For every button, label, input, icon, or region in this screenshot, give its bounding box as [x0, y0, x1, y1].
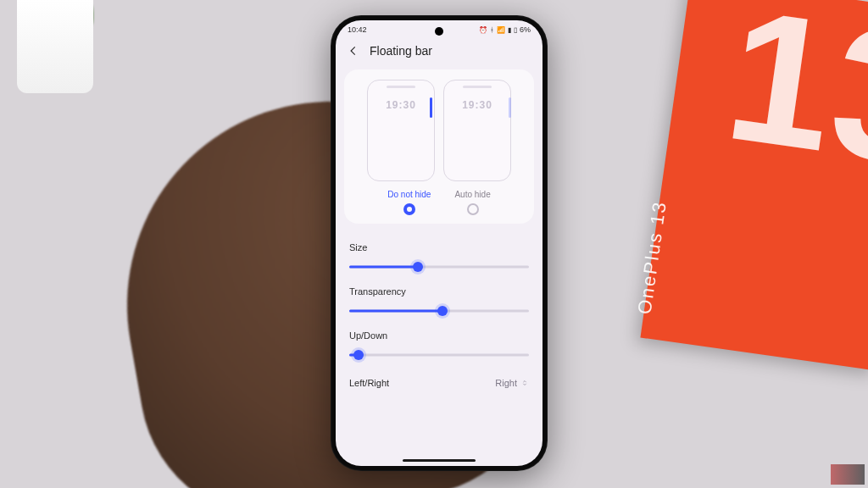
slider-thumb[interactable]: [353, 350, 364, 360]
option-auto-hide[interactable]: Auto hide: [454, 190, 490, 215]
status-time: 10:42: [348, 25, 367, 34]
slider-thumb[interactable]: [413, 262, 423, 272]
floating-bar-indicator: [430, 97, 432, 118]
slider-fill: [349, 310, 442, 313]
radio-icon: [467, 203, 479, 215]
radio-icon: [403, 203, 415, 215]
product-box: OnePlus 13 13: [640, 0, 868, 370]
updown-label: Up/Down: [349, 330, 529, 341]
slider-fill: [349, 266, 418, 269]
preview-auto-hide[interactable]: 19:30: [443, 80, 511, 181]
updown-slider[interactable]: [349, 349, 529, 361]
wifi-icon: 📶: [497, 26, 505, 34]
screen: 10:42 ⏰ ᚼ 📶 ▮ ▯ 6% Floating bar 19:30: [336, 20, 542, 466]
hide-mode-options: Do not hide Auto hide: [351, 190, 527, 215]
camera-punch-hole: [435, 27, 443, 36]
phone-frame: 10:42 ⏰ ᚼ 📶 ▮ ▯ 6% Floating bar 19:30: [331, 15, 548, 471]
preview-row: 19:30 19:30: [351, 80, 527, 181]
option-label: Auto hide: [454, 190, 490, 199]
box-brand-text: OnePlus 13: [633, 199, 671, 315]
left-right-value: Right: [495, 378, 517, 388]
slider-thumb[interactable]: [437, 306, 448, 316]
signal-icon: ▮: [508, 26, 511, 34]
alarm-icon: ⏰: [479, 26, 487, 34]
size-label: Size: [349, 242, 529, 252]
transparency-row: Transparency: [349, 276, 529, 320]
hide-mode-card: 19:30 19:30 Do not hide Auto hide: [344, 69, 534, 224]
box-number: 13: [715, 0, 868, 208]
battery-icon: ▯: [514, 26, 517, 34]
floating-bar-indicator: [509, 97, 511, 118]
transparency-slider[interactable]: [349, 305, 529, 317]
header: Floating bar: [336, 36, 542, 64]
chevron-updown-icon: [520, 379, 529, 387]
watermark: [831, 464, 865, 485]
transparency-label: Transparency: [349, 286, 529, 297]
left-right-value-group: Right: [495, 378, 529, 388]
slider-track: [349, 354, 529, 357]
bluetooth-icon: ᚼ: [490, 26, 494, 34]
left-right-label: Left/Right: [349, 378, 389, 388]
left-right-row[interactable]: Left/Right Right: [349, 364, 529, 393]
preview-do-not-hide[interactable]: 19:30: [367, 80, 435, 181]
preview-time: 19:30: [444, 99, 510, 111]
back-arrow-icon[interactable]: [348, 45, 359, 57]
option-label: Do not hide: [387, 190, 431, 199]
status-battery-pct: 6%: [520, 25, 531, 34]
plant-pot-decor: [17, 0, 93, 93]
option-do-not-hide[interactable]: Do not hide: [387, 190, 431, 215]
gesture-home-bar[interactable]: [403, 459, 476, 462]
page-title: Floating bar: [370, 44, 432, 58]
updown-row: Up/Down: [349, 320, 529, 364]
sliders-group: Size Transparency Up/Down: [349, 232, 529, 393]
size-slider[interactable]: [349, 261, 529, 273]
size-row: Size: [349, 232, 529, 276]
preview-time: 19:30: [368, 99, 434, 111]
